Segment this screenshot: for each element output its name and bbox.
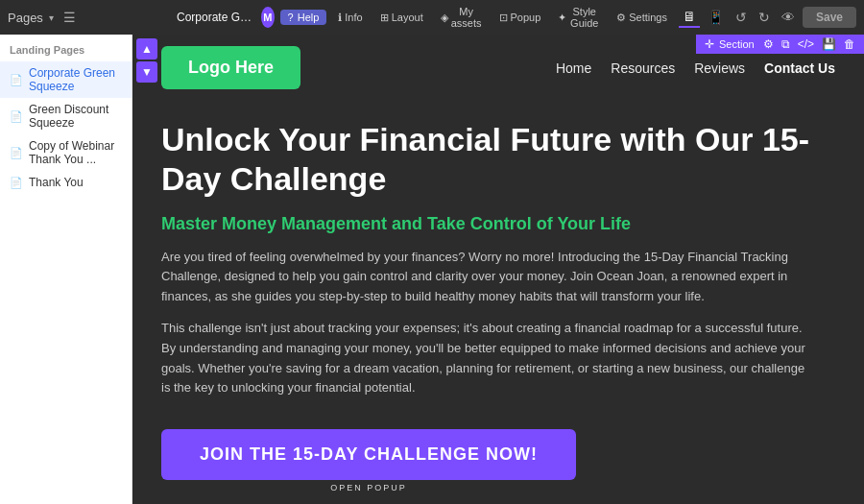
undo-button[interactable]: ↺ [732, 8, 751, 27]
cta-wrapper: JOIN THE 15-DAY CHALLENGE NOW! OPEN POPU… [161, 429, 576, 492]
move-buttons: ▲ ▼ [132, 35, 161, 86]
sidebar-item-thank-you[interactable]: 📄 Thank You [0, 171, 132, 194]
settings-icon: ⚙ [616, 12, 626, 24]
help-icon: ? [288, 12, 294, 23]
code-toolbar-icon[interactable]: </> [795, 36, 817, 52]
logo-button[interactable]: Logo Here [161, 46, 300, 89]
move-down-button[interactable]: ▼ [136, 61, 157, 83]
page-icon: 📄 [10, 74, 23, 86]
pages-title: Pages [8, 11, 43, 25]
nav-link-contact[interactable]: Contact Us [764, 60, 835, 76]
info-button[interactable]: ℹ Info [332, 10, 368, 26]
layout-button[interactable]: ⊞ Layout [374, 10, 429, 26]
body-text-2: This challenge isn't just about tracking… [161, 319, 814, 398]
pages-section: Pages ▾ ☰ [8, 10, 171, 25]
add-section-icon[interactable]: ✛ [702, 36, 717, 52]
cta-button[interactable]: JOIN THE 15-DAY CHALLENGE NOW! [161, 429, 576, 480]
sidebar-section-title: Landing Pages [0, 44, 132, 61]
popup-icon: ⊡ [499, 12, 508, 24]
sidebar-item-green-discount[interactable]: 📄 Green Discount Squeeze [0, 98, 132, 134]
redo-button[interactable]: ↻ [755, 8, 774, 27]
mobile-view-button[interactable]: 📱 [704, 8, 728, 27]
sidebar-item-webinar-copy[interactable]: 📄 Copy of Webinar Thank You ... [0, 134, 132, 171]
info-icon: ℹ [338, 12, 342, 24]
body-text-1: Are you tired of feeling overwhelmed by … [161, 248, 814, 307]
sidebar: Landing Pages 📄 Corporate Green Squeeze … [0, 35, 132, 504]
main-layout: Landing Pages 📄 Corporate Green Squeeze … [0, 35, 864, 504]
popup-button[interactable]: ⊡ Popup [493, 10, 547, 26]
delete-toolbar-icon[interactable]: 🗑 [841, 36, 858, 52]
sidebar-item-label: Thank You [29, 176, 84, 189]
top-bar: Pages ▾ ☰ Corporate Green Sque... M ? He… [0, 0, 864, 35]
page-icon: 📄 [10, 110, 23, 123]
section-toolbar: ✛ Section ⚙ ⧉ </> 💾 🗑 [696, 35, 864, 54]
style-guide-icon: ✦ [558, 12, 566, 24]
pages-chevron-icon: ▾ [49, 12, 54, 23]
sidebar-item-label: Copy of Webinar Thank You ... [29, 139, 122, 166]
landing-preview: ▲ ▼ ✛ Section ⚙ ⧉ </> 💾 🗑 Logo Here Home… [132, 35, 864, 504]
nav-links: Home Resources Reviews Contact Us [556, 60, 835, 76]
settings-button[interactable]: ⚙ Settings [611, 10, 673, 26]
duplicate-toolbar-icon[interactable]: ⧉ [779, 36, 793, 52]
desktop-view-button[interactable]: 🖥 [679, 7, 700, 28]
avatar: M [261, 7, 275, 28]
assets-icon: ◈ [441, 12, 448, 24]
main-heading: Unlock Your Financial Future with Our 15… [161, 120, 814, 199]
nav-link-resources[interactable]: Resources [611, 60, 675, 76]
page-icon: 📄 [10, 177, 23, 189]
preview-content: Unlock Your Financial Future with Our 15… [132, 101, 864, 504]
sub-heading: Master Money Management and Take Control… [161, 214, 835, 234]
canvas-area: ▲ ▼ ✛ Section ⚙ ⧉ </> 💾 🗑 Logo Here Home… [132, 35, 864, 504]
current-page-name: Corporate Green Sque... [177, 11, 255, 24]
page-icon: 📄 [10, 147, 23, 159]
help-button[interactable]: ? Help [280, 10, 327, 25]
nav-link-home[interactable]: Home [556, 60, 591, 76]
sidebar-item-label: Corporate Green Squeeze [29, 66, 122, 93]
top-bar-right: 🖥 📱 ↺ ↻ 👁 Save [679, 7, 856, 28]
hamburger-icon[interactable]: ☰ [63, 10, 76, 25]
sidebar-item-corporate[interactable]: 📄 Corporate Green Squeeze [0, 61, 132, 98]
cta-sub-label: OPEN POPUP [161, 483, 576, 492]
style-guide-button[interactable]: ✦ Style Guide [552, 4, 605, 31]
section-label: Section [719, 38, 755, 50]
my-assets-button[interactable]: ◈ My assets [435, 4, 488, 31]
preview-button[interactable]: 👁 [778, 8, 799, 27]
nav-link-reviews[interactable]: Reviews [694, 60, 745, 76]
move-up-button[interactable]: ▲ [136, 38, 157, 60]
sidebar-item-label: Green Discount Squeeze [29, 103, 122, 130]
settings-toolbar-icon[interactable]: ⚙ [760, 36, 777, 52]
save-button[interactable]: Save [803, 7, 856, 28]
layout-icon: ⊞ [380, 12, 389, 24]
save-toolbar-icon[interactable]: 💾 [819, 36, 839, 52]
